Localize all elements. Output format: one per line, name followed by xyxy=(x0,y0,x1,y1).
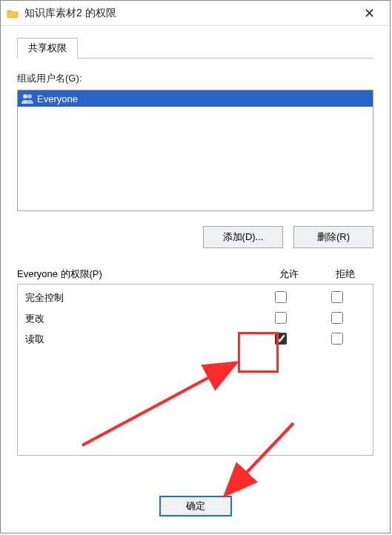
permission-name: 完全控制 xyxy=(25,291,253,305)
remove-button[interactable]: 删除(R) xyxy=(293,226,373,248)
window-title: 知识库素材2 的权限 xyxy=(24,7,354,20)
svg-point-1 xyxy=(27,94,32,99)
allow-checkbox-full-control[interactable] xyxy=(275,291,287,303)
close-button[interactable]: ✕ xyxy=(354,1,384,25)
deny-checkbox-change[interactable] xyxy=(331,312,343,324)
permissions-for-label: Everyone 的权限(P) xyxy=(17,268,261,281)
group-user-label: 组或用户名(G): xyxy=(17,72,373,85)
deny-checkbox-full-control[interactable] xyxy=(331,291,343,303)
permission-name: 更改 xyxy=(25,312,253,325)
permission-name: 读取 xyxy=(25,333,253,346)
allow-column-header: 允许 xyxy=(261,268,317,281)
deny-checkbox-read[interactable] xyxy=(331,333,343,345)
table-row: 更改 xyxy=(18,308,373,329)
permissions-dialog: 知识库素材2 的权限 ✕ 共享权限 组或用户名(G): xyxy=(0,0,391,534)
users-listbox[interactable]: Everyone xyxy=(17,90,373,211)
allow-checkbox-read[interactable] xyxy=(275,333,287,345)
svg-point-0 xyxy=(23,94,27,99)
table-row: 完全控制 xyxy=(18,288,373,308)
users-icon xyxy=(21,93,34,104)
permissions-header: Everyone 的权限(P) 允许 拒绝 xyxy=(17,268,373,281)
add-remove-row: 添加(D)... 删除(R) xyxy=(17,226,373,248)
permissions-table: 完全控制 更改 读取 xyxy=(17,284,373,456)
list-item-label: Everyone xyxy=(37,93,78,104)
add-button[interactable]: 添加(D)... xyxy=(203,226,283,248)
allow-checkbox-change[interactable] xyxy=(275,312,287,324)
folder-icon xyxy=(7,8,19,19)
table-row: 读取 xyxy=(18,329,373,350)
tab-share-permissions[interactable]: 共享权限 xyxy=(17,38,78,59)
ok-button[interactable]: 确定 xyxy=(159,496,232,516)
deny-column-header: 拒绝 xyxy=(317,268,373,281)
titlebar: 知识库素材2 的权限 ✕ xyxy=(1,1,390,26)
tab-row: 共享权限 xyxy=(17,38,373,59)
list-item[interactable]: Everyone xyxy=(18,90,373,107)
tab-body: 组或用户名(G): Everyone xyxy=(17,59,373,456)
dialog-button-row: 确定 xyxy=(1,496,390,516)
dialog-content: 共享权限 组或用户名(G): Everyone xyxy=(1,26,390,533)
